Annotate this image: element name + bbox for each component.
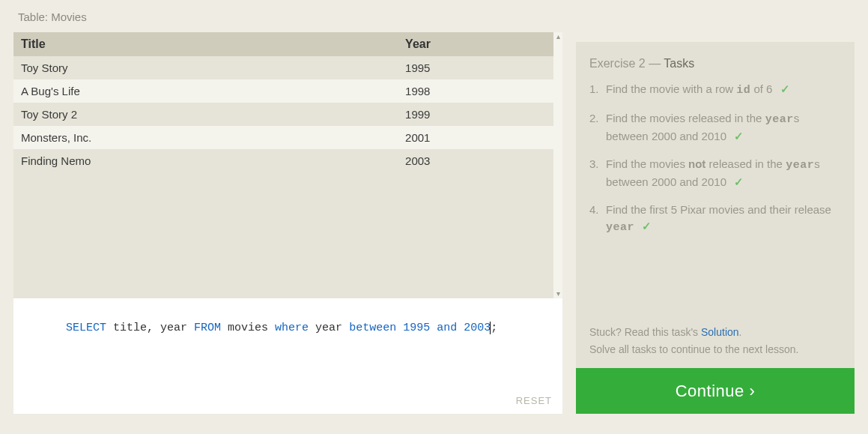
hint-block: Stuck? Read this task's Solution. Solve … [589, 324, 841, 358]
task-number: 1. [589, 81, 606, 98]
hint-line2: Solve all tasks to continue to the next … [589, 343, 798, 355]
continue-button[interactable]: Continue › [576, 368, 855, 414]
scroll-up-icon[interactable]: ▴ [553, 32, 562, 41]
hint-suffix: . [739, 326, 742, 338]
reset-button[interactable]: RESET [516, 395, 552, 406]
results-table-area: Title Year Toy Story1995A Bug's Life1998… [13, 32, 562, 298]
tasks-column: Exercise 2 — Tasks 1.Find the movie with… [576, 0, 855, 414]
task-text: Find the movie with a row id of 6 ✓ [606, 81, 841, 100]
hint-prefix: Stuck? Read this task's [589, 326, 701, 338]
checkmark-icon: ✓ [734, 130, 744, 142]
table-row: Monsters, Inc.2001 [13, 126, 562, 149]
task-number: 3. [589, 156, 606, 173]
task-item: 1.Find the movie with a row id of 6 ✓ [589, 81, 841, 100]
table-header-row: Title Year [13, 32, 562, 56]
table-row: A Bug's Life1998 [13, 79, 562, 103]
tasks-heading-prefix: Exercise 2 — [589, 57, 664, 70]
column-header-year: Year [398, 32, 562, 56]
table-row: Finding Nemo2003 [13, 149, 562, 172]
task-item: 4.Find the first 5 Pixar movies and thei… [589, 202, 841, 237]
solution-link[interactable]: Solution [701, 326, 739, 338]
task-number: 4. [589, 202, 606, 219]
cell-title: Finding Nemo [13, 149, 398, 172]
cell-title: Monsters, Inc. [13, 126, 398, 149]
cell-year: 1995 [398, 56, 562, 79]
cell-year: 1999 [398, 103, 562, 126]
cell-year: 2003 [398, 149, 562, 172]
task-item: 2.Find the movies released in the years … [589, 110, 841, 145]
task-text: Find the movies released in the years be… [606, 110, 841, 145]
scroll-down-icon[interactable]: ▾ [553, 289, 562, 298]
task-item: 3.Find the movies not released in the ye… [589, 156, 841, 191]
tasks-panel: Exercise 2 — Tasks 1.Find the movie with… [576, 42, 855, 368]
checkmark-icon: ✓ [642, 220, 652, 232]
table-caption: Table: Movies [13, 0, 562, 32]
column-header-title: Title [13, 32, 398, 56]
cell-title: Toy Story [13, 56, 398, 79]
sql-statement: SELECT title, year FROM movies where yea… [66, 322, 497, 334]
task-text: Find the movies not released in the year… [606, 156, 841, 191]
task-list: 1.Find the movie with a row id of 6 ✓2.F… [589, 81, 841, 247]
cell-title: Toy Story 2 [13, 103, 398, 126]
checkmark-icon: ✓ [734, 175, 744, 188]
results-scrollbar[interactable]: ▴ ▾ [553, 32, 562, 298]
table-row: Toy Story 21999 [13, 103, 562, 126]
results-panel: Table: Movies Title Year Toy Story1995A … [13, 0, 562, 414]
task-number: 2. [589, 110, 606, 127]
results-table: Title Year Toy Story1995A Bug's Life1998… [13, 32, 562, 172]
cell-title: A Bug's Life [13, 79, 398, 103]
sql-editor[interactable]: SELECT title, year FROM movies where yea… [13, 298, 562, 414]
checkmark-icon: ✓ [780, 82, 790, 95]
task-text: Find the first 5 Pixar movies and their … [606, 202, 841, 237]
tasks-heading-label: Tasks [664, 57, 694, 70]
tasks-heading: Exercise 2 — Tasks [589, 57, 841, 70]
cell-year: 2001 [398, 126, 562, 149]
table-row: Toy Story1995 [13, 56, 562, 79]
cell-year: 1998 [398, 79, 562, 103]
